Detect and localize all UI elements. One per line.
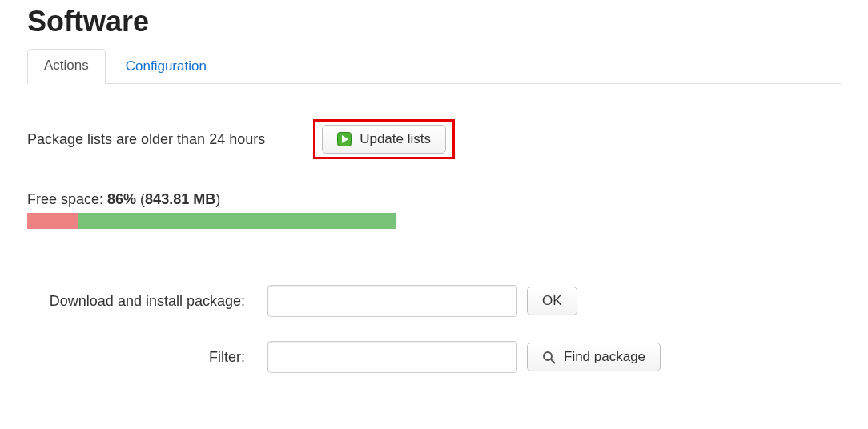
ok-label: OK bbox=[542, 293, 562, 309]
update-button-highlight: Update lists bbox=[313, 119, 455, 159]
update-lists-label: Update lists bbox=[360, 131, 431, 147]
tab-configuration[interactable]: Configuration bbox=[109, 50, 223, 84]
free-space-percent: 86% bbox=[107, 191, 136, 207]
tab-actions[interactable]: Actions bbox=[27, 49, 106, 84]
download-install-input[interactable] bbox=[267, 285, 517, 317]
free-space-bar bbox=[27, 213, 396, 229]
search-icon bbox=[542, 351, 556, 364]
tabs: Actions Configuration bbox=[27, 48, 841, 84]
filter-label: Filter: bbox=[27, 349, 267, 366]
find-package-button[interactable]: Find package bbox=[527, 343, 661, 371]
free-space-size: 843.81 MB bbox=[145, 191, 215, 207]
find-package-label: Find package bbox=[564, 349, 645, 365]
play-icon bbox=[337, 132, 352, 146]
page-title: Software bbox=[27, 5, 841, 38]
free-space-bar-used bbox=[27, 213, 78, 229]
package-lists-age-status: Package lists are older than 24 hours bbox=[27, 131, 265, 148]
free-space-text: Free space: 86% (843.81 MB) bbox=[27, 191, 841, 208]
free-space-bar-free bbox=[78, 213, 396, 229]
svg-line-3 bbox=[551, 359, 555, 363]
svg-point-2 bbox=[544, 352, 552, 360]
ok-button[interactable]: OK bbox=[527, 287, 577, 315]
download-install-label: Download and install package: bbox=[27, 293, 267, 310]
update-lists-button[interactable]: Update lists bbox=[322, 125, 446, 154]
filter-input[interactable] bbox=[267, 341, 517, 373]
free-space-label: Free space: bbox=[27, 191, 103, 207]
